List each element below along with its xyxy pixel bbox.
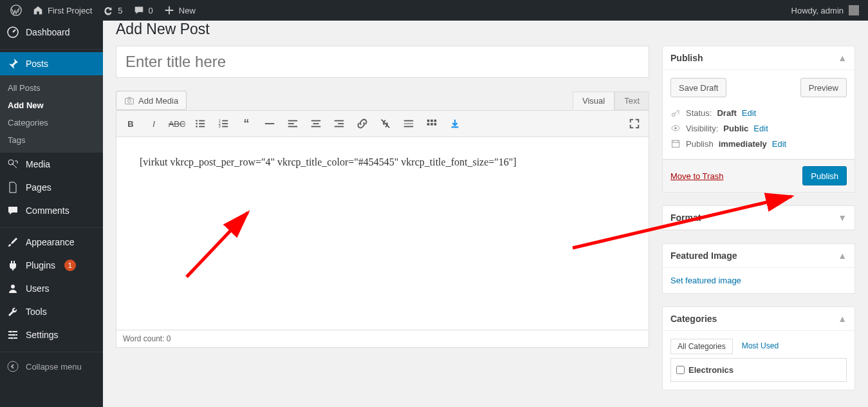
updates-count: 5 — [118, 6, 122, 15]
new-label: New — [179, 6, 196, 15]
admin-bar: First Project 5 0 New Howdy, admin — [0, 0, 868, 21]
avatar[interactable] — [849, 5, 859, 15]
updates[interactable]: 5 — [97, 0, 127, 21]
comment-icon — [133, 5, 145, 16]
refresh-icon — [102, 5, 114, 16]
wordpress-icon — [10, 5, 22, 16]
site-name-label: First Project — [48, 6, 92, 15]
plus-icon — [163, 5, 175, 16]
comments[interactable]: 0 — [128, 0, 158, 21]
wp-logo[interactable] — [5, 0, 27, 21]
new-content[interactable]: New — [158, 0, 201, 21]
site-name[interactable]: First Project — [27, 0, 97, 21]
home-icon — [32, 5, 44, 16]
comments-count: 0 — [149, 6, 153, 15]
greeting[interactable]: Howdy, admin — [791, 6, 844, 15]
